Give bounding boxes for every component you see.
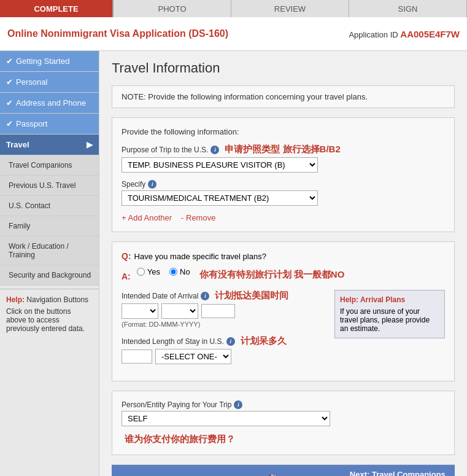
radio-yes-option[interactable]: Yes [137,267,160,276]
app-id: Application ID AA005E4F7W [349,29,460,39]
radio-yes[interactable] [137,268,145,276]
chinese-note-5: 谁为你支付你的旅行费用？ [125,434,235,444]
add-remove-row: + Add Another - Remove [122,213,445,222]
travel-plans-section: Q: Have you made specific travel plans? … [112,241,455,381]
sidebar-item-personal[interactable]: ✔ Personal [0,72,99,93]
review-tab[interactable]: REVIEW [231,0,349,17]
sidebar: ✔ Getting Started ✔ Personal ✔ Address a… [0,51,99,476]
purpose-label: Purpose of Trip to the U.S. i 申请护照类型 旅行选… [122,144,445,155]
length-row: -SELECT ONE- DAYS WEEKS MONTHS YEARS [122,349,322,364]
sidebar-item-travel[interactable]: Travel ▶ [0,135,99,155]
arrival-year-input[interactable] [201,304,235,318]
check-icon: ✔ [6,119,13,128]
sidebar-help: Help: Navigation Buttons Click on the bu… [0,289,99,339]
arrow-icon: ▶ [87,140,93,149]
arrival-date-format: (Format: DD-MMM-YYYY) [122,321,322,328]
question-text: Have you made specific travel plans? [134,252,266,261]
length-stay-group: Intended Length of Stay in U.S. i 计划呆多久 … [122,335,322,364]
radio-group: Yes No [137,267,190,276]
radio-no[interactable] [169,268,177,276]
app-title: Online Nonimmigrant Visa Application (DS… [7,28,228,39]
arrival-day-select[interactable]: 010203 [122,303,158,319]
sidebar-item-previous-us-travel[interactable]: Previous U.S. Travel [0,176,99,196]
radio-no-option[interactable]: No [169,267,190,276]
sidebar-item-family[interactable]: Family [0,216,99,236]
sidebar-item-work-education[interactable]: Work / Education / Training [0,236,99,265]
sign-tab[interactable]: SIGN [349,0,467,17]
specify-select[interactable]: TOURISM/MEDICAL TREATMENT (B2) BUSINESS … [122,190,318,206]
chinese-note-2: 你有没有特别旅行计划 我一般都NO [199,269,345,281]
purpose-info-icon[interactable]: i [210,146,219,154]
purpose-select[interactable]: TEMP. BUSINESS PLEASURE VISITOR (B) STUD… [122,157,318,173]
arrival-section: Intended Date of Arrival i 计划抵达美国时间 0102… [122,290,445,372]
app-id-value: AA005E4F7W [400,29,460,39]
page-title: Travel Information [112,60,455,76]
next-button[interactable]: Next: Travel Companions ► [341,465,455,476]
main-layout: ✔ Getting Started ✔ Personal ✔ Address a… [0,51,467,476]
payer-label: Person/Entity Paying for Your Trip i [122,400,445,409]
payer-select[interactable]: SELF OTHER PERSON COMPANY/ORGANIZATION [122,411,330,426]
purpose-group: Purpose of Trip to the U.S. i 申请护照类型 旅行选… [122,144,445,173]
save-button[interactable]: 💾 Save [226,465,340,476]
a-label: A: [122,271,131,281]
check-icon: ✔ [6,98,13,107]
complete-tab[interactable]: COMPLETE [0,0,114,17]
top-navigation: COMPLETE PHOTO REVIEW SIGN [0,0,467,17]
back-button[interactable]: ◄ Back: Passport [112,465,226,476]
length-stay-label: Intended Length of Stay in U.S. i 计划呆多久 [122,335,322,347]
q-label: Q: [122,251,131,261]
specify-group: Specify i TOURISM/MEDICAL TREATMENT (B2)… [122,180,445,206]
arrival-date-row: 010203 JANFEBMAR [122,303,322,319]
length-stay-info-icon[interactable]: i [226,337,235,346]
specify-label: Specify i [122,180,445,189]
app-id-label: Application ID [349,30,398,39]
add-another-button[interactable]: + Add Another [122,213,172,222]
sidebar-item-us-contact[interactable]: U.S. Contact [0,196,99,216]
sidebar-item-security-background[interactable]: Security and Background [0,265,99,286]
arrival-month-select[interactable]: JANFEBMAR [161,303,198,319]
length-value-input[interactable] [122,349,152,364]
specify-info-icon[interactable]: i [148,180,156,189]
chinese-note-3: 计划抵达美国时间 [215,290,288,302]
payer-info-icon[interactable]: i [234,400,242,409]
length-unit-select[interactable]: -SELECT ONE- DAYS WEEKS MONTHS YEARS [155,349,231,364]
form-section-title: Provide the following information: [122,127,445,136]
sidebar-item-travel-companions[interactable]: Travel Companions [0,155,99,176]
arrival-right: Help: Arrival Plans If you are unsure of… [334,290,445,372]
sidebar-item-passport[interactable]: ✔ Passport [0,114,99,135]
remove-button[interactable]: - Remove [181,213,215,222]
bottom-navigation: ◄ Back: Passport 💾 Save Next: Travel Com… [112,464,455,476]
check-icon: ✔ [6,77,13,87]
sidebar-item-getting-started[interactable]: ✔ Getting Started [0,51,99,72]
arrival-date-info-icon[interactable]: i [201,292,209,300]
arrival-help-title: Help: Arrival Plans [340,295,439,304]
question-row: Q: Have you made specific travel plans? [122,251,445,261]
trip-purpose-section: Provide the following information: Purpo… [112,117,455,232]
content-area: Travel Information NOTE: Provide the fol… [99,51,467,476]
sidebar-item-address-phone[interactable]: ✔ Address and Phone [0,93,99,114]
note-box: NOTE: Provide the following information … [112,85,455,108]
photo-tab[interactable]: PHOTO [114,0,231,17]
payer-section: Person/Entity Paying for Your Trip i SEL… [112,391,455,455]
check-icon: ✔ [6,57,13,66]
chinese-note-4: 计划呆多久 [241,335,287,347]
arrival-date-group: Intended Date of Arrival i 计划抵达美国时间 0102… [122,290,322,328]
payer-group: Person/Entity Paying for Your Trip i SEL… [122,400,445,426]
app-header: Online Nonimmigrant Visa Application (DS… [0,17,467,51]
arrival-date-label: Intended Date of Arrival i 计划抵达美国时间 [122,290,322,302]
chinese-note-1: 申请护照类型 旅行选择B/B2 [225,144,340,155]
arrival-help-box: Help: Arrival Plans If you are unsure of… [334,290,445,338]
arrival-left: Intended Date of Arrival i 计划抵达美国时间 0102… [122,290,322,372]
